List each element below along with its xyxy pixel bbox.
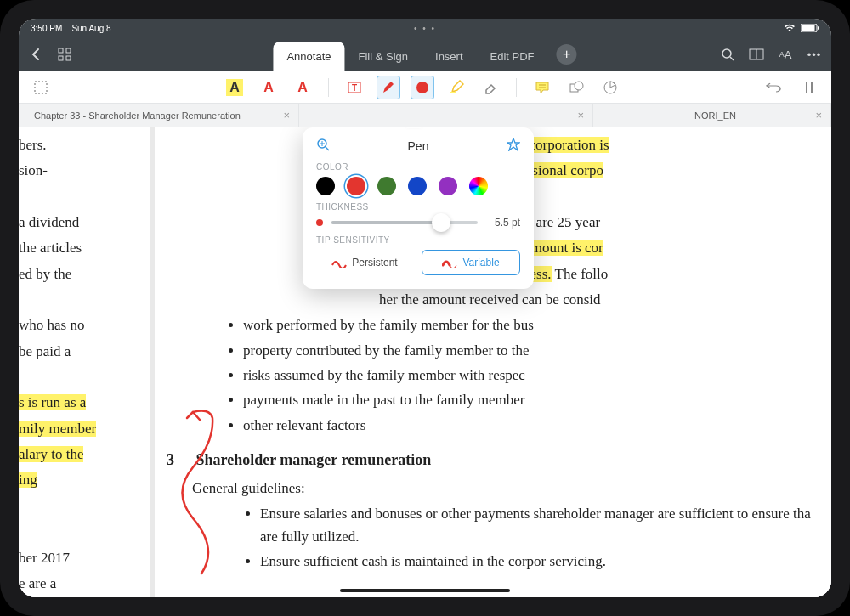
- home-indicator[interactable]: [340, 589, 510, 592]
- tip-persistent-label: Persistent: [352, 257, 397, 268]
- document-tab-spacer: ×: [299, 104, 593, 127]
- document-tab-2-label: NORI_EN: [694, 110, 736, 121]
- svg-point-18: [575, 82, 583, 90]
- list-item: property contributed by the family membe…: [243, 340, 831, 362]
- thickness-slider[interactable]: [332, 221, 478, 224]
- pen-color-indicator[interactable]: [411, 76, 434, 99]
- text-box-icon[interactable]: T: [343, 76, 366, 99]
- ipad-status-bar: 3:50 PM Sun Aug 8 • • •: [19, 19, 831, 37]
- list-item: payments made in the past to the family …: [243, 389, 831, 411]
- tip-variable-label: Variable: [462, 257, 499, 268]
- annotate-toolbar: A A A T: [19, 71, 831, 104]
- text-size-icon[interactable]: AA: [777, 46, 794, 63]
- thickness-value: 5.5 pt: [486, 217, 520, 229]
- svg-line-23: [326, 147, 329, 150]
- text-line: her the amount received can be consid: [379, 289, 831, 311]
- highlighted-text: s is run as a: [19, 394, 86, 410]
- text-line: who has no: [19, 314, 143, 336]
- back-button[interactable]: [27, 46, 44, 63]
- color-swatch-black[interactable]: [316, 177, 335, 195]
- grid-view-icon[interactable]: [56, 46, 73, 63]
- eraser-tool-icon[interactable]: [479, 76, 502, 99]
- svg-rect-2: [818, 26, 819, 30]
- text-line: be paid a: [19, 341, 143, 363]
- text-line: bers.: [19, 134, 143, 156]
- list-item: other relevant factors: [243, 415, 831, 437]
- document-tab-1-label: Chapter 33 - Shareholder Manager Remuner…: [34, 110, 241, 121]
- pen-settings-popover: Pen COLOR THICKNESS: [303, 127, 534, 289]
- book-view-icon[interactable]: [748, 46, 765, 63]
- color-swatch-green[interactable]: [377, 177, 396, 195]
- tab-edit-pdf[interactable]: Edit PDF: [477, 42, 548, 71]
- tip-section-label: TIP SENSITIVITY: [316, 235, 520, 245]
- tip-persistent-button[interactable]: Persistent: [316, 250, 413, 275]
- list-item: Ensure sufficient cash is maintained in …: [260, 551, 831, 573]
- svg-line-8: [730, 57, 734, 60]
- list-item: work performed by the family member for …: [243, 314, 831, 336]
- text-line: the articles: [19, 237, 143, 259]
- text-line: e are a: [19, 573, 143, 595]
- svg-point-7: [722, 49, 731, 58]
- text-line: ber 2017: [19, 547, 143, 569]
- highlight-text-icon[interactable]: A: [223, 76, 246, 99]
- highlighted-text: alary to the: [19, 446, 83, 462]
- text-line: sion-: [19, 160, 143, 182]
- favorite-star-icon[interactable]: [507, 138, 520, 154]
- svg-rect-11: [35, 82, 47, 93]
- svg-rect-4: [66, 48, 71, 53]
- left-document-panel[interactable]: bers. sion- a dividend the articles ed b…: [19, 127, 155, 597]
- document-tab-bar: Chapter 33 - Shareholder Manager Remuner…: [19, 104, 831, 127]
- add-tab-button[interactable]: +: [557, 44, 577, 65]
- close-tab-spacer-icon[interactable]: ×: [577, 109, 584, 122]
- color-swatch-custom[interactable]: [469, 177, 488, 195]
- highlighted-text: ing: [19, 472, 37, 488]
- svg-rect-14: [450, 92, 456, 93]
- highlighted-text: mily member: [19, 421, 96, 437]
- status-time: 3:50 PM: [31, 24, 62, 33]
- thickness-section-label: THICKNESS: [316, 202, 520, 212]
- thickness-preview-dot: [316, 219, 323, 226]
- tip-variable-button[interactable]: Variable: [422, 250, 520, 275]
- color-swatch-red[interactable]: [347, 177, 366, 195]
- shape-tool-icon[interactable]: [564, 76, 588, 99]
- panel-toggle-icon[interactable]: [797, 76, 821, 99]
- pen-tool-icon[interactable]: [377, 76, 400, 99]
- text-line: The follo: [552, 266, 609, 282]
- text-line: a dividend: [19, 212, 143, 234]
- sticky-note-icon[interactable]: [530, 76, 554, 99]
- text-line: General guidelines:: [167, 478, 831, 500]
- search-icon[interactable]: [719, 46, 736, 63]
- svg-rect-5: [59, 56, 63, 60]
- tab-fill-sign[interactable]: Fill & Sign: [344, 42, 422, 71]
- wand-icon[interactable]: [316, 138, 330, 154]
- svg-rect-1: [802, 25, 815, 31]
- svg-text:T: T: [352, 83, 357, 93]
- list-item: risks assumed by the family member with …: [243, 365, 831, 387]
- chart-tool-icon[interactable]: [598, 76, 622, 99]
- document-tab-2[interactable]: NORI_EN ×: [593, 104, 831, 127]
- strikethrough-text-icon[interactable]: A: [291, 76, 314, 99]
- more-icon[interactable]: •••: [806, 46, 823, 63]
- svg-rect-3: [59, 48, 63, 53]
- close-tab-1-icon[interactable]: ×: [283, 109, 290, 122]
- document-content-area: bers. sion- a dividend the articles ed b…: [19, 127, 831, 597]
- color-section-label: COLOR: [316, 162, 520, 172]
- close-tab-2-icon[interactable]: ×: [815, 109, 822, 122]
- document-tab-1[interactable]: Chapter 33 - Shareholder Manager Remuner…: [19, 104, 299, 127]
- undo-icon[interactable]: [762, 76, 785, 99]
- tab-annotate[interactable]: Annotate: [273, 42, 344, 71]
- list-item: Ensure salaries and bonuses or other pay…: [260, 503, 831, 548]
- status-date: Sun Aug 8: [71, 24, 110, 33]
- highlighter-tool-icon[interactable]: [445, 76, 468, 99]
- selection-tool-icon[interactable]: [29, 76, 53, 99]
- multitask-dots-icon[interactable]: • • •: [414, 24, 436, 33]
- color-swatch-purple[interactable]: [439, 177, 457, 195]
- wifi-icon: [784, 24, 796, 32]
- main-toolbar: Annotate Fill & Sign Insert Edit PDF + A…: [19, 37, 831, 71]
- battery-icon: [801, 24, 819, 32]
- underline-text-icon[interactable]: A: [257, 76, 280, 99]
- pen-annotation-stroke: [155, 408, 265, 578]
- color-swatch-blue[interactable]: [408, 177, 427, 195]
- tab-insert[interactable]: Insert: [422, 42, 477, 71]
- svg-rect-6: [66, 56, 71, 60]
